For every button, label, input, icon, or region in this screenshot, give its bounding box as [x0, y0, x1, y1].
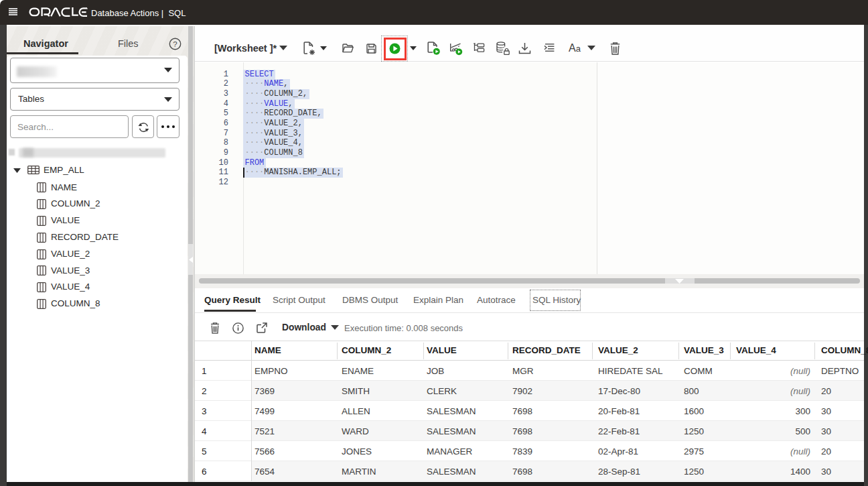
svg-text:?: ?: [173, 40, 177, 48]
